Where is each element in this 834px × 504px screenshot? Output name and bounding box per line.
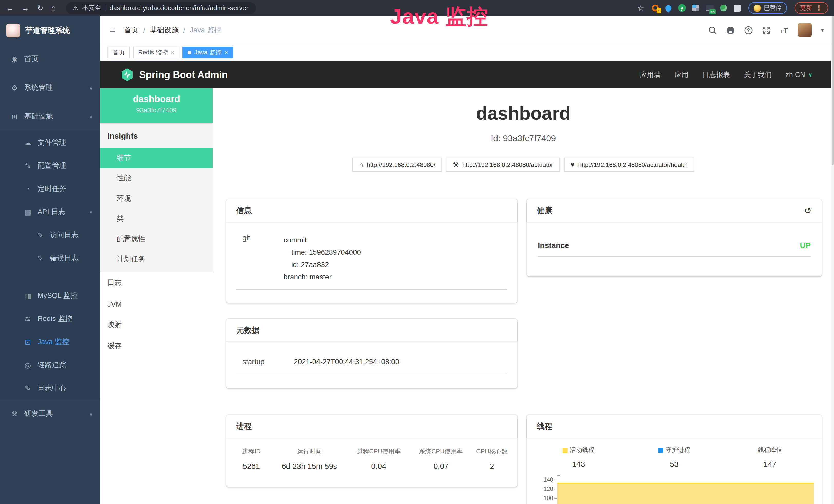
sidebar-item-trace[interactable]: ◎ 链路追踪 bbox=[0, 353, 100, 376]
metadata-card-title: 元数据 bbox=[226, 319, 517, 342]
sidebar-item-log-center[interactable]: ✎ 日志中心 bbox=[0, 376, 100, 399]
back-icon[interactable]: ← bbox=[6, 4, 14, 12]
menu-item-environment[interactable]: 环境 bbox=[100, 188, 213, 209]
github-icon[interactable] bbox=[726, 25, 735, 35]
tag-redis-monitor[interactable]: Redis 监控 × bbox=[133, 47, 179, 58]
metadata-card: 元数据 startup 2021-04-27T00:44:31.254+08:0… bbox=[226, 319, 517, 388]
extension-icon-orange[interactable]: 1 bbox=[652, 5, 659, 11]
sidebar-item-infrastructure[interactable]: ⊞ 基础设施 ∧ bbox=[0, 102, 100, 131]
sba-nav-applications[interactable]: 应用 bbox=[675, 70, 688, 79]
sba-logo-icon bbox=[121, 68, 133, 81]
sidebar-item-java-monitor[interactable]: ⊡ Java 监控 bbox=[0, 330, 100, 353]
sidebar-item-home[interactable]: ◉ 首页 bbox=[0, 45, 100, 73]
metadata-startup-value: 2021-04-27T00:44:31.254+08:00 bbox=[294, 358, 399, 366]
breadcrumb-current: Java 监控 bbox=[190, 25, 221, 35]
sidebar-item-dev-tools[interactable]: ⚒ 研发工具 ∨ bbox=[0, 399, 100, 428]
info-card: 信息 git commit: time: 1596289704000 id: 2… bbox=[226, 199, 517, 303]
help-icon[interactable]: ? bbox=[744, 25, 753, 35]
user-avatar[interactable] bbox=[797, 23, 811, 37]
health-card: 健康 ↺ Instance UP bbox=[527, 199, 822, 276]
sidebar-item-api-logs[interactable]: ▤ API 日志 ∧ bbox=[0, 200, 100, 223]
profile-paused-button[interactable]: 已暂停 bbox=[748, 2, 787, 14]
tag-java-monitor[interactable]: Java 监控 × bbox=[183, 47, 233, 58]
paused-label: 已暂停 bbox=[764, 4, 782, 12]
service-url-button[interactable]: ⌂ http://192.168.0.2:48080/ bbox=[352, 158, 442, 171]
app-logo[interactable]: 芋道管理系统 bbox=[0, 16, 100, 45]
sba-brand[interactable]: Spring Boot Admin bbox=[139, 69, 228, 81]
menu-item-caches[interactable]: 缓存 bbox=[100, 335, 213, 357]
caret-down-icon[interactable]: ▼ bbox=[820, 27, 825, 32]
health-url-button[interactable]: ♥ http://192.168.0.2:48080/actuator/heal… bbox=[564, 158, 694, 171]
sidebar-item-redis-monitor[interactable]: ≋ Redis 监控 bbox=[0, 307, 100, 330]
extension-icon-leaf[interactable] bbox=[720, 5, 727, 11]
extension-icon-list[interactable]: on bbox=[706, 5, 714, 11]
scrollbar-thumb[interactable] bbox=[831, 16, 833, 165]
menu-item-classes[interactable]: 类 bbox=[100, 209, 213, 229]
doc-icon: ✎ bbox=[36, 231, 44, 239]
bookmark-star-icon[interactable]: ☆ bbox=[637, 4, 644, 12]
pen-icon: ✎ bbox=[24, 384, 32, 392]
sba-nav-journal[interactable]: 日志报表 bbox=[702, 70, 730, 79]
language-selector[interactable]: zh-CN ∨ bbox=[786, 71, 812, 78]
extension-badge: 1 bbox=[657, 8, 661, 13]
breadcrumb-home[interactable]: 首页 bbox=[124, 25, 138, 35]
menu-item-logfile[interactable]: 日志 bbox=[100, 272, 213, 293]
menu-item-jvm[interactable]: JVM bbox=[100, 293, 213, 314]
history-icon[interactable]: ↺ bbox=[805, 205, 812, 216]
screen-icon: ⊡ bbox=[24, 338, 32, 346]
menu-item-metrics[interactable]: 性能 bbox=[100, 168, 213, 188]
address-bar[interactable]: ⚠ 不安全 dashboard.yudao.iocoder.cn/infra/a… bbox=[66, 2, 256, 14]
actuator-url-button[interactable]: ⚒ http://192.168.0.2:48080/actuator bbox=[446, 158, 560, 171]
sidebar-item-scheduled-tasks[interactable]: ◔ 定时任务 bbox=[0, 177, 100, 200]
threads-legend: 活动线程 143 守护进程 53 bbox=[531, 446, 818, 468]
extension-icon-puzzle[interactable] bbox=[733, 4, 741, 12]
screen: ← → ↻ ⌂ ⚠ 不安全 dashboard.yudao.iocoder.cn… bbox=[0, 0, 834, 504]
forward-icon[interactable]: → bbox=[22, 4, 29, 12]
sba-nav-about[interactable]: 关于我们 bbox=[744, 70, 772, 79]
sidebar-item-access-logs[interactable]: ✎ 访问日志 bbox=[0, 223, 100, 247]
sidebar-item-error-logs[interactable]: ✎ 错误日志 bbox=[0, 247, 100, 270]
y-tick-120: 120 bbox=[538, 486, 553, 492]
instance-header: dashboard 93a3fc7f7409 bbox=[100, 88, 213, 123]
menu-item-mappings[interactable]: 映射 bbox=[100, 314, 213, 335]
threads-card: 线程 活动线程 143 bbox=[527, 415, 822, 504]
info-card-title: 信息 bbox=[226, 199, 517, 222]
menu-item-config-properties[interactable]: 配置属性 bbox=[100, 229, 213, 249]
breadcrumb: 首页 / 基础设施 / Java 监控 bbox=[124, 25, 221, 35]
page-scrollbar[interactable] bbox=[830, 16, 834, 504]
emoji-avatar bbox=[753, 4, 761, 12]
search-icon[interactable] bbox=[708, 25, 717, 35]
sidebar-item-mysql-monitor[interactable]: ▦ MySQL 监控 bbox=[0, 284, 100, 307]
extension-icon-pin[interactable] bbox=[665, 5, 672, 11]
browser-update-button[interactable]: 更新 ⋮ bbox=[794, 2, 828, 14]
menu-item-details[interactable]: 细节 bbox=[100, 148, 213, 168]
edit-icon: ✎ bbox=[24, 161, 32, 170]
browser-menu-icon[interactable]: ⋮ bbox=[815, 4, 822, 12]
process-col-pid: 进程ID 5261 bbox=[230, 447, 272, 471]
legend-peak-threads: 线程峰值 147 bbox=[722, 446, 818, 468]
extension-icon-green-y[interactable]: y bbox=[678, 4, 686, 12]
sidebar-item-file-management[interactable]: ☁ 文件管理 bbox=[0, 131, 100, 154]
app-logo-image bbox=[6, 23, 20, 37]
sidebar-item-config-management[interactable]: ✎ 配置管理 bbox=[0, 154, 100, 177]
app-frame: 芋道管理系统 ◉ 首页 ⚙ 系统管理 ∨ ⊞ 基础设施 ∧ ☁ 文件管理 ✎ bbox=[0, 16, 834, 504]
tag-home[interactable]: 首页 bbox=[107, 47, 130, 58]
extension-icon-grid[interactable] bbox=[693, 5, 699, 11]
reload-icon[interactable]: ↻ bbox=[37, 4, 43, 12]
browser-home-icon[interactable]: ⌂ bbox=[51, 4, 56, 12]
fullscreen-icon[interactable] bbox=[762, 25, 771, 35]
text-size-icon[interactable]: T T bbox=[780, 25, 789, 35]
breadcrumb-separator: / bbox=[183, 26, 185, 34]
metadata-startup-row: startup 2021-04-27T00:44:31.254+08:00 bbox=[236, 358, 507, 373]
divider bbox=[105, 5, 106, 11]
sidebar-item-system-management[interactable]: ⚙ 系统管理 ∨ bbox=[0, 73, 100, 102]
close-icon[interactable]: × bbox=[171, 49, 174, 55]
sba-nav-wallboard[interactable]: 应用墙 bbox=[640, 70, 661, 79]
extension-on-badge: on bbox=[709, 9, 716, 14]
breadcrumb-infrastructure[interactable]: 基础设施 bbox=[150, 25, 178, 35]
close-icon[interactable]: × bbox=[224, 49, 228, 55]
hamburger-icon[interactable]: ≡ bbox=[109, 24, 115, 36]
process-col-uptime: 运行时间 6d 23h 15m 59s bbox=[272, 447, 346, 471]
annotation-java-monitor: Java 监控 bbox=[359, 3, 519, 31]
menu-item-scheduled-tasks[interactable]: 计划任务 bbox=[100, 249, 213, 270]
